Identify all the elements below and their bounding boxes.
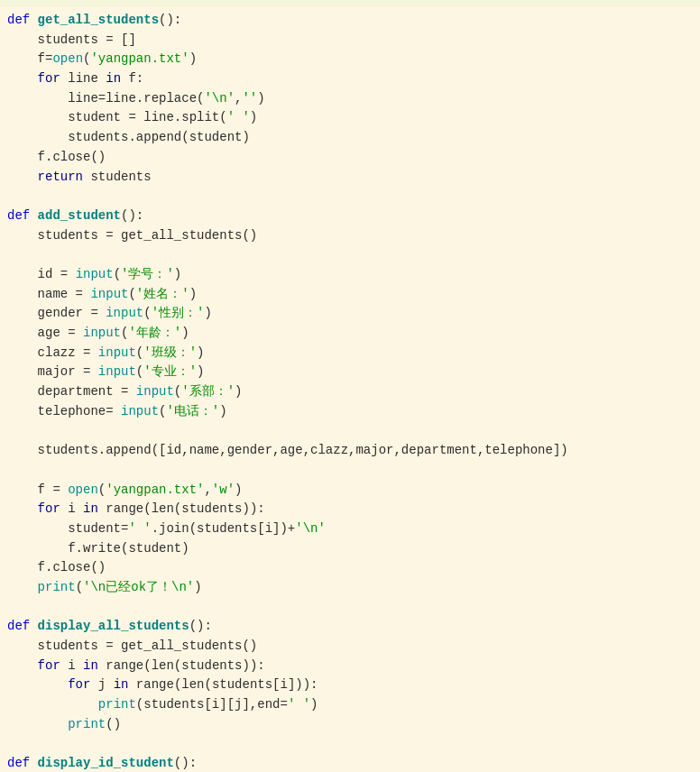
code-token: ( — [98, 481, 106, 501]
code-line: student=' '.join(students[i])+'\n' — [0, 519, 700, 539]
code-token — [7, 69, 38, 89]
code-token: def — [7, 207, 38, 226]
code-token: clazz = — [7, 344, 98, 363]
code-token: id = — [7, 265, 76, 285]
code-token: '' — [242, 89, 257, 109]
code-token: students = get_all_students() — [7, 637, 257, 657]
code-token: input — [90, 285, 128, 305]
code-line: return students — [0, 168, 700, 188]
code-token: display_all_students — [38, 617, 189, 637]
code-line: student = line.split(' ') — [0, 108, 700, 128]
code-token: ) — [235, 481, 242, 501]
code-token: '\n已经ok了！\n' — [83, 578, 194, 598]
code-line: f = open('yangpan.txt','w') — [0, 481, 700, 501]
code-token: department = — [7, 382, 136, 402]
code-line: f.write(student) — [0, 539, 700, 559]
code-token: range(len(students)): — [98, 500, 265, 519]
code-token: '年龄：' — [128, 324, 181, 344]
code-token: .join(students[i])+ — [152, 519, 296, 539]
code-line: department = input('系部：') — [0, 382, 700, 402]
code-empty-line — [0, 421, 700, 441]
code-empty-line — [0, 598, 700, 618]
code-line: id = input('学号：') — [0, 265, 700, 285]
code-token: 'yangpan.txt' — [90, 50, 189, 69]
code-token: ) — [310, 695, 318, 715]
code-token: '班级：' — [143, 344, 197, 363]
code-token — [7, 578, 38, 598]
code-token: (): — [121, 207, 143, 226]
code-line: for j in range(len(students[i])): — [0, 676, 700, 695]
code-token: age = — [7, 324, 83, 344]
code-line: for line in f: — [0, 69, 700, 89]
code-token: ( — [128, 285, 135, 305]
code-token: ) — [181, 324, 189, 344]
code-token: ) — [174, 265, 181, 285]
code-token: input — [76, 265, 114, 285]
code-token: ) — [197, 363, 204, 382]
code-token: for — [38, 657, 60, 676]
code-token: ' ' — [288, 695, 310, 715]
code-line: name = input('姓名：') — [0, 285, 700, 305]
code-token: ) — [235, 382, 242, 402]
code-token: input — [106, 304, 143, 324]
code-token: ) — [204, 304, 211, 324]
code-token: ) — [257, 89, 264, 109]
code-token — [7, 168, 38, 188]
code-empty-line — [0, 734, 700, 754]
code-token: students — [83, 168, 152, 188]
code-token: j — [90, 676, 113, 695]
code-token — [7, 657, 38, 676]
code-token: def — [7, 754, 38, 772]
code-token: def — [7, 617, 38, 637]
code-token: for — [38, 500, 60, 519]
code-token: ) — [194, 578, 201, 598]
code-token: ) — [219, 402, 226, 422]
code-line: students = get_all_students() — [0, 637, 700, 657]
code-line: f.close() — [0, 148, 700, 168]
code-token — [7, 695, 98, 715]
code-empty-line — [0, 461, 700, 481]
code-token: gender = — [7, 304, 106, 324]
code-line: def get_all_students(): — [0, 11, 700, 31]
code-line: students.append(student) — [0, 128, 700, 148]
code-token: print — [98, 695, 136, 715]
code-line: f.close() — [0, 558, 700, 578]
code-token: , — [235, 89, 242, 109]
code-token — [7, 676, 68, 695]
code-token: add_student — [38, 207, 121, 226]
code-token: i — [60, 657, 83, 676]
code-line: for i in range(len(students)): — [0, 500, 700, 519]
code-token: print — [68, 715, 106, 735]
code-token: '\n' — [295, 519, 326, 539]
code-token: '系部：' — [181, 382, 235, 402]
code-token: (): — [174, 754, 197, 772]
code-token: '专业：' — [143, 363, 197, 382]
code-token: line — [60, 69, 106, 89]
code-token: line=line.replace( — [7, 89, 204, 109]
code-token: (): — [189, 617, 212, 637]
code-line: f=open('yangpan.txt') — [0, 50, 700, 69]
code-token: (): — [159, 11, 181, 31]
code-token: ( — [159, 402, 166, 422]
code-token: students.append(student) — [7, 128, 250, 148]
code-line: print(students[i][j],end=' ') — [0, 695, 700, 715]
code-token: ( — [76, 578, 83, 598]
code-token: range(len(students)): — [98, 657, 265, 676]
code-line: clazz = input('班级：') — [0, 344, 700, 363]
code-token: ) — [250, 108, 257, 128]
code-token: students = [] — [7, 31, 136, 51]
code-token: '电话：' — [166, 402, 219, 422]
code-token: for — [38, 69, 60, 89]
code-line: age = input('年龄：') — [0, 324, 700, 344]
code-token: 'yangpan.txt' — [106, 481, 204, 501]
code-empty-line — [0, 187, 700, 207]
code-block: def get_all_students(): students = [] f=… — [0, 7, 700, 772]
code-token: def — [7, 11, 38, 31]
code-token — [7, 500, 38, 519]
code-token: ( — [83, 50, 90, 69]
code-token: 'w' — [212, 481, 235, 501]
code-token: input — [83, 324, 121, 344]
code-token: , — [204, 481, 211, 501]
code-line: telephone= input('电话：') — [0, 402, 700, 422]
code-line: def add_student(): — [0, 207, 700, 226]
